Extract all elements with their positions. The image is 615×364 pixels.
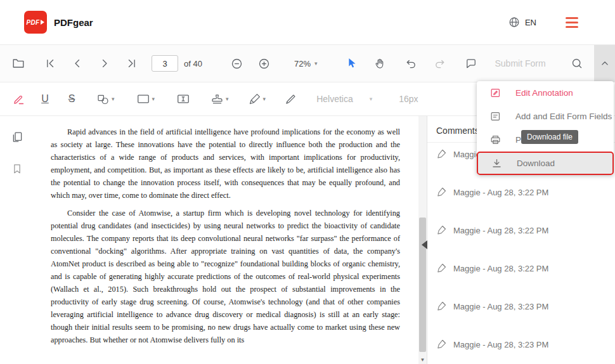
form-fields-icon xyxy=(489,110,502,122)
underline-icon: U xyxy=(41,93,49,105)
font-family-dropdown[interactable]: Helvetica ▾ xyxy=(316,94,372,104)
underline-tool-button[interactable]: U xyxy=(36,89,55,108)
comment-list: Maggie - Aug 28, 3:22 PM Maggie - Aug 28… xyxy=(427,143,615,364)
comment-text: Maggie - Aug 28, 3:23 PM xyxy=(453,301,548,311)
printer-icon xyxy=(489,134,502,146)
pointer-icon xyxy=(346,57,358,70)
page-thumbnails-button[interactable] xyxy=(8,127,27,146)
chevron-down-icon: ▾ xyxy=(112,96,115,102)
pdf-page: Rapid advances in the field of artificia… xyxy=(34,116,427,346)
next-page-button[interactable] xyxy=(95,54,114,73)
brush-tool-button[interactable] xyxy=(281,89,300,108)
bookmarks-button[interactable] xyxy=(8,159,27,178)
stamp-icon xyxy=(210,93,224,106)
context-menu: Edit Annotation Add and Edit Form Fields… xyxy=(477,81,614,175)
pen-nib-icon xyxy=(436,301,447,311)
ink-tool-dropdown[interactable]: ▾ xyxy=(248,93,266,106)
download-icon xyxy=(491,157,503,169)
menu-item-edit-annotation[interactable]: Edit Annotation xyxy=(477,81,614,105)
zoom-out-button[interactable] xyxy=(228,54,247,73)
hand-icon xyxy=(373,57,386,70)
chevron-up-icon xyxy=(599,58,611,69)
logo-arrow-icon xyxy=(41,20,44,25)
zoom-out-icon xyxy=(230,57,243,70)
edit-annotation-icon xyxy=(489,87,502,99)
paragraph: Consider the case of Atomwise, a startup… xyxy=(51,207,400,346)
scrollbar-thumb[interactable] xyxy=(419,218,426,352)
zoom-level-dropdown[interactable]: 72% ▾ xyxy=(294,59,318,68)
chevron-down-icon: ▾ xyxy=(226,96,229,102)
highlight-tool-button[interactable] xyxy=(9,89,28,108)
brush-icon xyxy=(284,93,297,106)
pdf-viewport[interactable]: Rapid advances in the field of artificia… xyxy=(34,116,427,364)
comment-text: Maggie - Aug 28, 3:22 PM xyxy=(453,224,548,235)
shapes-icon xyxy=(96,93,110,106)
menu-item-form-fields[interactable]: Add and Edit Form Fields xyxy=(477,105,614,128)
page-count-label: of 40 xyxy=(184,59,202,68)
submit-form-label: Submit Form xyxy=(495,58,545,68)
menu-item-download[interactable]: Download xyxy=(477,152,614,175)
pages-icon xyxy=(11,131,24,144)
undo-icon xyxy=(405,57,418,70)
comment-text: Maggie - Aug 28, 3:22 PM xyxy=(453,186,548,197)
chevron-down-icon: ▾ xyxy=(314,61,318,67)
paragraph: Rapid advances in the field of artificia… xyxy=(51,126,400,202)
pen-nib-icon xyxy=(436,339,447,349)
font-family-label: Helvetica xyxy=(316,94,353,104)
scroll-down-button[interactable]: ▼ xyxy=(418,356,427,363)
hand-tool-button[interactable] xyxy=(370,54,389,73)
open-file-button[interactable] xyxy=(9,54,28,73)
comment-text: Maggie - Aug 28, 3:23 PM xyxy=(453,339,548,349)
strikethrough-icon: S xyxy=(68,93,75,105)
bookmark-icon xyxy=(11,162,23,175)
menu-item-label: Edit Annotation xyxy=(515,88,573,98)
zoom-in-button[interactable] xyxy=(255,54,274,73)
first-page-button[interactable] xyxy=(41,54,60,73)
search-button[interactable] xyxy=(567,54,586,73)
menu-item-label: Add and Edit Form Fields xyxy=(515,112,612,121)
chevron-left-icon xyxy=(71,57,84,70)
language-selector[interactable]: EN xyxy=(508,16,536,29)
undo-button[interactable] xyxy=(402,54,421,73)
select-tool-button[interactable] xyxy=(342,54,361,73)
main-menu-button[interactable] xyxy=(566,17,578,28)
stamp-tool-dropdown[interactable]: ▾ xyxy=(210,93,229,106)
redo-button[interactable] xyxy=(430,54,449,73)
chevron-down-icon: ▾ xyxy=(263,96,266,102)
comment-item[interactable]: Maggie - Aug 28, 3:23 PM xyxy=(427,333,615,364)
logo-text: PDF xyxy=(27,19,40,26)
comment-bubble-icon xyxy=(465,57,477,70)
shape-tool-dropdown[interactable]: ▾ xyxy=(96,93,115,106)
zoom-in-icon xyxy=(257,57,271,70)
previous-page-button[interactable] xyxy=(68,54,87,73)
comment-tool-button[interactable] xyxy=(462,54,481,73)
pen-nib-icon xyxy=(436,224,447,235)
last-page-icon xyxy=(126,57,138,70)
left-rail xyxy=(0,116,34,364)
first-page-icon xyxy=(44,57,56,70)
last-page-button[interactable] xyxy=(122,54,141,73)
pen-nib-icon xyxy=(436,263,447,273)
chevron-down-icon: ▾ xyxy=(152,96,155,102)
comment-item[interactable]: Maggie - Aug 28, 3:22 PM xyxy=(427,219,615,257)
comment-item[interactable]: Maggie - Aug 28, 3:22 PM xyxy=(427,181,615,219)
hamburger-icon xyxy=(566,17,578,19)
comment-item[interactable]: Maggie - Aug 28, 3:22 PM xyxy=(427,257,615,295)
image-tool-dropdown[interactable]: ▾ xyxy=(136,92,155,106)
zoom-level-label: 72% xyxy=(294,59,311,68)
comment-item[interactable]: Maggie - Aug 28, 3:23 PM xyxy=(427,295,615,333)
comment-text: Maggie - Aug 28, 3:22 PM xyxy=(453,263,548,273)
chevron-right-icon xyxy=(98,57,111,70)
pdfgear-logo: PDF xyxy=(24,11,47,34)
search-icon xyxy=(571,57,583,70)
language-label: EN xyxy=(525,18,536,27)
panel-collapse-button[interactable] xyxy=(422,240,427,249)
app-title: PDFgear xyxy=(54,17,93,28)
page-number-input[interactable] xyxy=(152,55,178,72)
collapse-toolbar-button[interactable] xyxy=(594,45,615,82)
font-size-dropdown[interactable]: 16px xyxy=(399,94,418,104)
strikethrough-tool-button[interactable]: S xyxy=(62,89,81,108)
text-field-tool-button[interactable] xyxy=(174,89,193,108)
text-field-icon xyxy=(176,92,190,106)
pen-icon xyxy=(248,93,261,106)
